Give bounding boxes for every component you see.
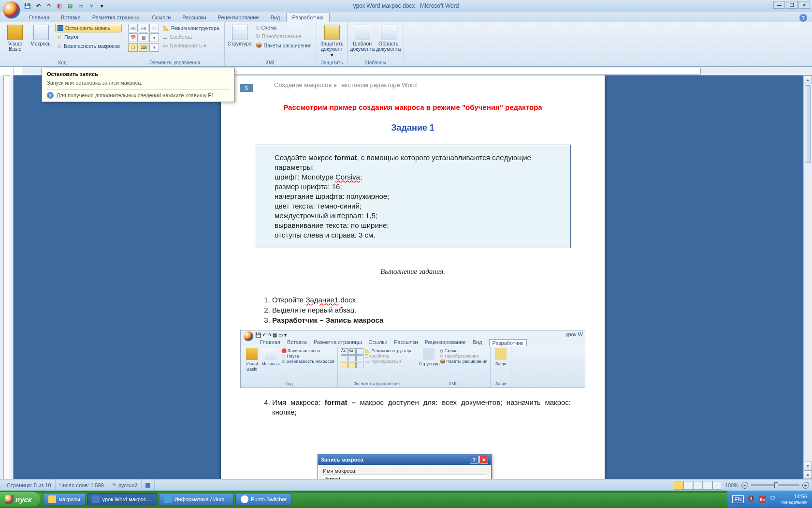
tab-view[interactable]: Вид: [265, 13, 286, 22]
properties-button[interactable]: ☰Свойства: [161, 33, 221, 41]
tooltip-title: Остановить запись: [47, 71, 230, 77]
zoom-out-button[interactable]: −: [741, 482, 748, 489]
zoom-level[interactable]: 100%: [725, 482, 739, 488]
macros-button[interactable]: Макросы: [29, 24, 53, 47]
status-page[interactable]: Страница: 5 из 10: [3, 479, 56, 491]
stop-record-button[interactable]: Остановить запись: [55, 24, 122, 32]
document-page[interactable]: 5 Создание макросов в текстовом редактор…: [221, 75, 605, 496]
taskbar-item[interactable]: урок Word макрос....: [87, 493, 158, 506]
ribbon-group-templates: Шаблон документа Область документа Шабло…: [348, 22, 404, 66]
visual-basic-button[interactable]: Visual Basic: [3, 24, 27, 53]
close-button[interactable]: ✕: [798, 1, 810, 9]
controls-gallery[interactable]: AaAa▭ 📅▦▾ ❏⌨▾: [128, 24, 159, 52]
group-label: XML: [228, 59, 314, 65]
tab-references[interactable]: Ссылки: [146, 13, 177, 22]
design-mode-button[interactable]: 📐Режим конструктора: [161, 24, 221, 32]
ribbon-group-protect: Защитить документ ▾ Защитить: [317, 22, 348, 66]
qat-icon[interactable]: ⚘: [87, 1, 96, 10]
tray-icon[interactable]: 🛡: [770, 495, 778, 503]
structure-button[interactable]: Структура: [228, 24, 252, 47]
ribbon: Visual Basic Макросы Остановить запись ⏸…: [0, 22, 812, 67]
page-number: 5: [240, 84, 253, 92]
qat-icon[interactable]: ▭: [76, 1, 85, 10]
help-icon: ?: [47, 92, 54, 99]
tray-lang[interactable]: EN: [732, 495, 743, 503]
qat-icon[interactable]: ◧: [55, 1, 64, 10]
help-icon[interactable]: ?: [799, 14, 807, 22]
embedded-screenshot: 💾 ↶ ↷ ▦ ▭ ▾ урок W ГлавнаяВставкаРазметк…: [240, 330, 585, 388]
title-bar: 💾 ↶ ↷ ◧ ▦ ▭ ⚘ ▾ урок Word макрос.docx - …: [0, 0, 812, 12]
tab-developer[interactable]: Разработчик: [286, 13, 330, 22]
expansion-button[interactable]: 📦Пакеты расширения: [254, 41, 314, 49]
doc-steps-list-cont: Имя макроса: format – макрос доступен дл…: [272, 398, 571, 417]
document-area: 5 Создание макросов в текстовом редактор…: [0, 75, 812, 496]
group-label: Защитить: [320, 59, 344, 65]
protect-document-button[interactable]: Защитить документ ▾: [320, 24, 344, 59]
quick-access-toolbar: 💾 ↶ ↷ ◧ ▦ ▭ ⚘ ▾: [23, 1, 106, 10]
group-label: Шаблоны: [350, 59, 401, 65]
tab-insert[interactable]: Вставка: [55, 13, 87, 22]
dialog-close-button[interactable]: ✕: [479, 456, 488, 463]
ruler-vertical[interactable]: [0, 75, 14, 496]
tooltip-help: Для получения дополнительных сведений на…: [57, 92, 216, 98]
redo-icon[interactable]: ↷: [44, 1, 53, 10]
minimize-button[interactable]: —: [773, 1, 785, 9]
tray-clock[interactable]: 14:56понедельник: [782, 493, 808, 505]
office-button[interactable]: [3, 1, 20, 19]
view-buttons[interactable]: [674, 481, 722, 490]
tab-review[interactable]: Рецензирование: [212, 13, 265, 22]
group-label: Код: [3, 59, 122, 65]
browse-object-button[interactable]: ●: [804, 470, 812, 479]
transform-button[interactable]: ↻Преобразование: [254, 32, 314, 40]
doc-header: Создание макросов в текстовом редакторе …: [274, 81, 571, 89]
qat-more-icon[interactable]: ▾: [98, 1, 106, 10]
ribbon-tabs: Главная Вставка Разметка страницы Ссылки…: [0, 12, 812, 22]
status-words[interactable]: Число слов: 1 599: [56, 479, 108, 491]
doc-template-button[interactable]: Шаблон документа: [350, 24, 375, 53]
tab-selector[interactable]: [14, 67, 22, 75]
tooltip-description: Запуск или остановка записи макроса.: [47, 80, 230, 86]
tab-layout[interactable]: Разметка страницы: [87, 13, 146, 22]
save-icon[interactable]: 💾: [23, 1, 32, 10]
doc-region-button[interactable]: Область документа: [377, 24, 401, 53]
undo-icon[interactable]: ↶: [34, 1, 43, 10]
dialog-title: Запись макроса: [321, 457, 363, 463]
doc-exec-label: Выполнение задания.: [255, 268, 571, 276]
zoom-slider[interactable]: [751, 484, 799, 486]
doc-task-box: Создайте макрос format, с помощью которо…: [255, 145, 571, 248]
dialog-help-button[interactable]: ?: [470, 456, 478, 463]
tab-home[interactable]: Главная: [23, 13, 55, 22]
maximize-button[interactable]: ❐: [786, 1, 798, 9]
tray-icon[interactable]: 🔇: [748, 495, 755, 503]
schema-button[interactable]: ◇Схема: [254, 24, 314, 31]
macro-security-button[interactable]: ⚠Безопасность макросов: [55, 42, 122, 50]
dialog-name-label: Имя макроса:: [323, 468, 486, 474]
system-tray: EN 🔇 En 🛡 14:56понедельник: [727, 491, 812, 508]
taskbar: пуск макросы урок Word макрос.... Информ…: [0, 491, 812, 508]
tab-mailings[interactable]: Рассылки: [176, 13, 212, 22]
group-button[interactable]: ▭Группировать ▾: [161, 42, 221, 49]
scroll-thumb[interactable]: [805, 85, 811, 163]
vertical-scrollbar[interactable]: ▲ ▼ ● ⬘ ⬙: [803, 75, 812, 496]
ribbon-group-controls: AaAa▭ 📅▦▾ ❏⌨▾ 📐Режим конструктора ☰Свойс…: [125, 22, 225, 66]
doc-red-line: Рассмотрим пример создания макроса в реж…: [255, 103, 571, 111]
zoom-in-button[interactable]: +: [802, 482, 809, 489]
scroll-up-button[interactable]: ▲: [804, 75, 812, 84]
status-bar: Страница: 5 из 10 Число слов: 1 599 ✎ ру…: [0, 479, 812, 491]
tray-icon[interactable]: En: [759, 496, 766, 503]
status-macro-recording[interactable]: [142, 479, 155, 491]
taskbar-item[interactable]: Punto Switcher: [235, 493, 292, 506]
status-language[interactable]: ✎ русский: [108, 479, 142, 491]
taskbar-item[interactable]: макросы: [43, 493, 85, 506]
doc-task-title: Задание 1: [255, 123, 571, 133]
window-title: урок Word макрос.docx - Microsoft Word: [353, 2, 459, 9]
qat-icon[interactable]: ▦: [66, 1, 74, 10]
pause-button[interactable]: ⏸Пауза: [55, 33, 122, 41]
ribbon-group-xml: Структура ◇Схема ↻Преобразование 📦Пакеты…: [225, 22, 317, 66]
tooltip: Остановить запись Запуск или остановка з…: [42, 68, 235, 102]
group-label: Элементы управления: [128, 59, 221, 65]
scroll-down-button[interactable]: ▼: [804, 462, 812, 470]
start-button[interactable]: пуск: [0, 492, 40, 507]
doc-steps-list: Откройте Задание1.docx. Выделите первый …: [272, 295, 571, 325]
taskbar-item[interactable]: Информатика / Инф...: [159, 493, 234, 506]
